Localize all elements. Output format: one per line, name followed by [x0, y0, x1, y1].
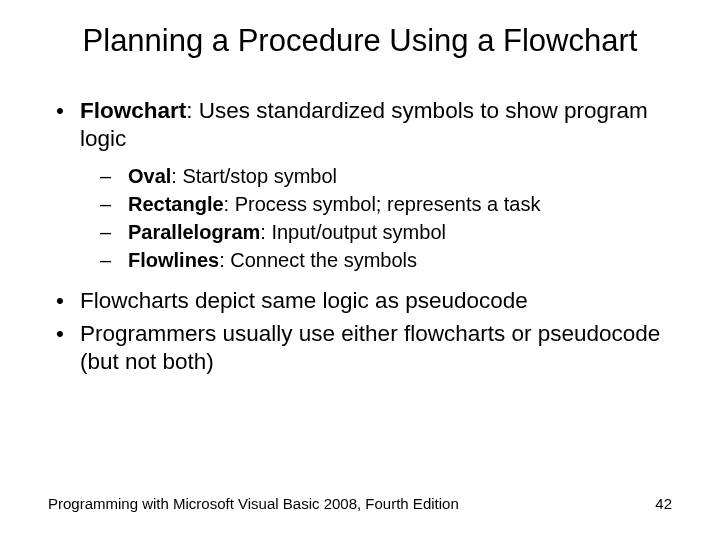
bullet-dash: – [100, 247, 128, 273]
bullet-dash: – [100, 163, 128, 189]
bullet-dot: • [56, 287, 80, 315]
list-item: • Flowcharts depict same logic as pseudo… [48, 287, 672, 315]
term: Rectangle [128, 193, 224, 215]
definition: : Start/stop symbol [171, 165, 337, 187]
definition: : Input/output symbol [260, 221, 446, 243]
bullet-dash: – [100, 191, 128, 217]
bullet-dash: – [100, 219, 128, 245]
term: Parallelogram [128, 221, 260, 243]
list-item: – Oval: Start/stop symbol [48, 163, 672, 189]
bullet-dot: • [56, 97, 80, 153]
term: Oval [128, 165, 171, 187]
list-item: – Rectangle: Process symbol; represents … [48, 191, 672, 217]
bullet-dot: • [56, 320, 80, 376]
slide-body: • Flowchart: Uses standardized symbols t… [48, 97, 672, 376]
list-item: – Flowlines: Connect the symbols [48, 247, 672, 273]
footer-left: Programming with Microsoft Visual Basic … [48, 495, 459, 512]
list-item: • Programmers usually use either flowcha… [48, 320, 672, 376]
sub-list: – Oval: Start/stop symbol – Rectangle: P… [48, 163, 672, 273]
term: Flowlines [128, 249, 219, 271]
definition: : Connect the symbols [219, 249, 417, 271]
bullet-text: Programmers usually use either flowchart… [80, 320, 672, 376]
slide-title: Planning a Procedure Using a Flowchart [48, 22, 672, 59]
page-number: 42 [655, 495, 672, 512]
bullet-text: Flowcharts depict same logic as pseudoco… [80, 287, 672, 315]
footer: Programming with Microsoft Visual Basic … [48, 495, 672, 512]
definition: : Process symbol; represents a task [224, 193, 541, 215]
list-item: • Flowchart: Uses standardized symbols t… [48, 97, 672, 153]
term: Flowchart [80, 98, 186, 123]
list-item: – Parallelogram: Input/output symbol [48, 219, 672, 245]
